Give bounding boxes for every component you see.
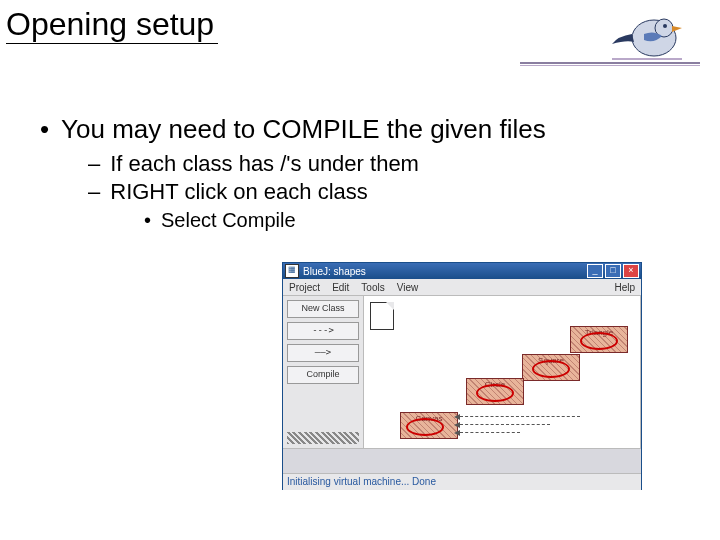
bullet-l1-text: You may need to COMPILE the given files — [61, 114, 546, 144]
dependency-arrow — [460, 432, 520, 433]
menu-view[interactable]: View — [397, 282, 419, 293]
sidebar: New Class ---> ——> Compile — [283, 296, 364, 448]
menu-help[interactable]: Help — [614, 282, 635, 293]
readme-icon[interactable] — [370, 302, 394, 330]
bullet-l1: You may need to COMPILE the given files … — [40, 114, 720, 232]
uncompiled-hatch — [401, 413, 457, 438]
maximize-button[interactable]: □ — [605, 264, 621, 278]
window-titlebar: ▦ BlueJ: shapes _ □ × — [283, 263, 641, 279]
app-icon: ▦ — [285, 264, 299, 278]
bullet-l2a: If each class has /'s under them — [88, 151, 720, 177]
menu-edit[interactable]: Edit — [332, 282, 349, 293]
inherit-arrow-button[interactable]: ——> — [287, 344, 359, 362]
sidebar-grip — [287, 432, 359, 444]
svg-marker-2 — [672, 26, 682, 32]
bluej-logo — [610, 4, 684, 64]
window-title: BlueJ: shapes — [303, 266, 587, 277]
bullet-l2b: RIGHT click on each class Select Compile — [88, 179, 720, 232]
class-triangle[interactable]: Triangle — [570, 326, 628, 353]
uncompiled-hatch — [467, 379, 523, 404]
uses-arrow-button[interactable]: ---> — [287, 322, 359, 340]
bullet-l2b-text: RIGHT click on each class — [110, 179, 368, 204]
slide-title: Opening setup — [6, 6, 218, 44]
slide: Opening setup You may need to COMPILE th… — [0, 0, 720, 540]
class-circle[interactable]: Circle — [466, 378, 524, 405]
status-bar: Initialising virtual machine... Done — [283, 473, 641, 490]
bullet-l2a-text: If each class has /'s under them — [110, 151, 419, 176]
menu-tools[interactable]: Tools — [361, 282, 384, 293]
menubar: Project Edit Tools View Help — [283, 279, 641, 296]
class-square[interactable]: Square — [522, 354, 580, 381]
bluej-window: ▦ BlueJ: shapes _ □ × Project Edit Tools… — [282, 262, 642, 490]
close-button[interactable]: × — [623, 264, 639, 278]
uncompiled-hatch — [523, 355, 579, 380]
menu-project[interactable]: Project — [289, 282, 320, 293]
logo-underline-2 — [520, 65, 700, 66]
dependency-arrow — [460, 424, 550, 425]
bullet-list: You may need to COMPILE the given files … — [40, 114, 720, 232]
compile-button[interactable]: Compile — [287, 366, 359, 384]
bullet-l3-text: Select Compile — [161, 209, 296, 231]
object-bench[interactable] — [283, 448, 641, 473]
class-canvas[interactable]: Canvas — [400, 412, 458, 439]
minimize-button[interactable]: _ — [587, 264, 603, 278]
uncompiled-hatch — [571, 327, 627, 352]
window-controls: _ □ × — [587, 264, 639, 278]
bullet-l3: Select Compile — [144, 209, 720, 232]
svg-point-3 — [663, 24, 667, 28]
new-class-button[interactable]: New Class — [287, 300, 359, 318]
dependency-arrow — [460, 416, 580, 417]
class-diagram[interactable]: Triangle Square Circle Canvas — [364, 296, 641, 448]
logo-underline — [520, 62, 700, 64]
bluej-body: New Class ---> ——> Compile Triangle Squa… — [283, 296, 641, 448]
svg-rect-4 — [612, 58, 682, 60]
